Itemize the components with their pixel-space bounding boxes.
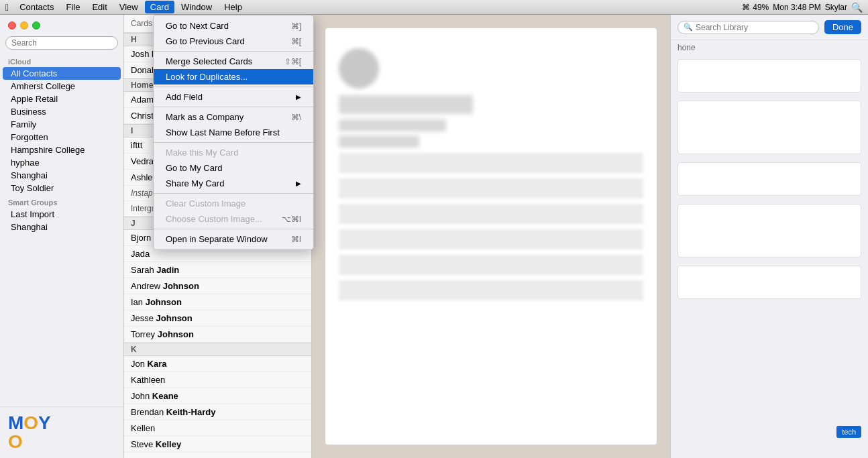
menu-go-my-card-label: Go to My Card <box>166 163 223 173</box>
menu-choose-custom-image-label: Choose Custom Image... <box>166 214 262 224</box>
separator-6 <box>154 229 313 229</box>
menu-file[interactable]: File <box>60 1 85 13</box>
separator-5 <box>154 193 313 194</box>
menubar-icons: ⌘ 49% <box>742 3 769 12</box>
main-content <box>312 15 670 458</box>
minimize-button[interactable] <box>20 21 28 30</box>
menubar:  Contacts File Edit View Card Window He… <box>0 0 868 15</box>
contact-steve-kelley[interactable]: Steve Kelley <box>124 437 311 453</box>
dropdown-menu: Go to Next Card ⌘] Go to Previous Card ⌘… <box>153 15 314 250</box>
section-k: K <box>124 343 311 356</box>
right-field-3 <box>677 162 861 196</box>
blurred-field-3 <box>339 204 643 224</box>
sidebar-item-amherst[interactable]: Amherst College <box>3 80 121 93</box>
sidebar-item-forgotten[interactable]: Forgotten <box>3 131 121 144</box>
contact-jon-kara[interactable]: Jon Kara <box>124 356 311 372</box>
menu-go-prev-card-label: Go to Previous Card <box>166 36 245 46</box>
right-field-1 <box>677 59 861 93</box>
contact-brendan-keith-hardy[interactable]: Brendan Keith-Hardy <box>124 404 311 420</box>
sidebar-item-hampshire[interactable]: Hampshire College <box>3 144 121 156</box>
menu-make-my-card-label: Make this My Card <box>166 148 238 158</box>
blurred-field-1 <box>339 153 643 173</box>
icloud-label: iCloud <box>0 54 123 67</box>
menu-show-last-name[interactable]: Show Last Name Before First <box>154 125 313 140</box>
library-search-bar: 🔍 <box>677 21 819 34</box>
menubar-time: Mon 3:48 PM <box>773 3 820 12</box>
sidebar-item-business[interactable]: Business <box>3 105 121 118</box>
right-panel: 🔍 Done hone tech <box>670 15 868 458</box>
menu-mark-company-shortcut: ⌘\ <box>291 113 301 122</box>
sidebar-item-apple-retail[interactable]: Apple Retail <box>3 93 121 105</box>
menu-go-next-card-label: Go to Next Card <box>166 21 229 31</box>
menu-choose-custom-image: Choose Custom Image... ⌥⌘I <box>154 211 313 227</box>
menu-edit[interactable]: Edit <box>87 1 112 13</box>
moyo-m: M <box>8 414 23 433</box>
menu-merge-selected[interactable]: Merge Selected Cards ⇧⌘[ <box>154 54 313 69</box>
blurred-line-2 <box>339 135 419 148</box>
sidebar-groups: iCloud All Contacts Amherst College Appl… <box>0 54 123 406</box>
sidebar-item-toy-soldier[interactable]: Toy Soldier <box>3 182 121 194</box>
right-field-5 <box>677 266 861 299</box>
menu-merge-selected-label: Merge Selected Cards <box>166 56 252 66</box>
menu-clear-custom-image-label: Clear Custom Image <box>166 198 246 209</box>
wifi-icon: ⌘ <box>742 3 750 12</box>
sidebar-search-area <box>0 34 123 54</box>
blurred-field-2 <box>339 178 643 198</box>
contact-andrew-johnson[interactable]: Andrew Johnson <box>124 278 311 294</box>
blurred-name <box>339 95 473 114</box>
share-my-card-arrow: ▶ <box>296 180 301 187</box>
sidebar-item-shanghai[interactable]: Shanghai <box>3 169 121 182</box>
blurred-field-4 <box>339 229 643 249</box>
smart-groups-label: Smart Groups <box>0 194 123 208</box>
library-search-input[interactable] <box>696 23 813 32</box>
menu-card[interactable]: Card <box>145 1 174 13</box>
sidebar-search-input[interactable] <box>5 36 118 50</box>
apple-menu-icon[interactable]:  <box>5 2 9 13</box>
menu-go-next-card[interactable]: Go to Next Card ⌘] <box>154 18 313 34</box>
moyo-o2: O <box>8 433 23 451</box>
menu-add-field[interactable]: Add Field ▶ <box>154 89 313 105</box>
contact-torrey-johnson[interactable]: Torrey Johnson <box>124 327 311 343</box>
separator-3 <box>154 107 313 107</box>
sidebar-item-shanghai-smart[interactable]: Shanghai <box>3 221 121 233</box>
sidebar-item-all-contacts[interactable]: All Contacts <box>3 67 121 80</box>
contact-detail <box>325 28 657 445</box>
menu-open-separate-window[interactable]: Open in Separate Window ⌘I <box>154 231 313 247</box>
traffic-lights <box>0 15 123 34</box>
menu-look-duplicates-label: Look for Duplicates... <box>166 72 248 82</box>
sidebar-item-hyphae[interactable]: hyphae <box>3 156 121 169</box>
menu-go-prev-card[interactable]: Go to Previous Card ⌘[ <box>154 34 313 49</box>
right-field-4 <box>677 204 861 257</box>
contact-detail-inner <box>325 28 657 326</box>
menu-merge-shortcut: ⇧⌘[ <box>284 57 301 66</box>
right-panel-header: 🔍 Done <box>671 15 868 40</box>
moyo-o1: O <box>23 414 38 433</box>
menu-help[interactable]: Help <box>219 1 248 13</box>
menu-go-my-card[interactable]: Go to My Card <box>154 160 313 176</box>
sidebar-item-last-import[interactable]: Last Import <box>3 208 121 221</box>
search-icon[interactable]: 🔍 <box>851 2 863 13</box>
menubar-user: Skylar <box>825 3 847 12</box>
menu-window[interactable]: Window <box>176 1 217 13</box>
app: iCloud All Contacts Amherst College Appl… <box>0 15 868 458</box>
maximize-button[interactable] <box>32 21 40 30</box>
contact-jesse-johnson[interactable]: Jesse Johnson <box>124 310 311 327</box>
sidebar-footer: M O Y O <box>0 406 123 458</box>
menu-share-my-card[interactable]: Share My Card ▶ <box>154 176 313 191</box>
contact-ian-johnson[interactable]: Ian Johnson <box>124 294 311 310</box>
contact-kellen[interactable]: Kellen <box>124 420 311 437</box>
tech-badge: tech <box>836 426 861 438</box>
menu-look-duplicates[interactable]: Look for Duplicates... <box>154 69 313 84</box>
right-field-2 <box>677 101 861 154</box>
done-button[interactable]: Done <box>824 20 861 34</box>
contact-john-keane[interactable]: John Keane <box>124 388 311 404</box>
menu-clear-custom-image: Clear Custom Image <box>154 196 313 211</box>
contact-sarah-jadin[interactable]: Sarah Jadin <box>124 262 311 278</box>
menu-view[interactable]: View <box>114 1 144 13</box>
sidebar: iCloud All Contacts Amherst College Appl… <box>0 15 124 458</box>
sidebar-item-family[interactable]: Family <box>3 118 121 131</box>
contact-kathleen[interactable]: Kathleen <box>124 372 311 388</box>
close-button[interactable] <box>8 21 16 30</box>
menu-contacts[interactable]: Contacts <box>14 1 59 13</box>
menu-mark-company[interactable]: Mark as a Company ⌘\ <box>154 109 313 125</box>
